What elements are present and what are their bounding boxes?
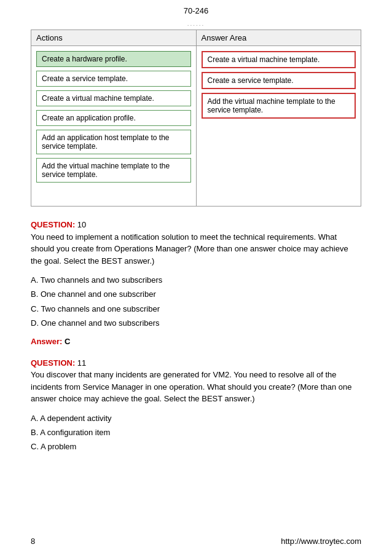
action-item-3[interactable]: Create an application profile. xyxy=(36,110,191,126)
footer-url: http://www.troytec.com xyxy=(281,537,361,546)
dnd-header-row: Actions Answer Area xyxy=(31,30,361,46)
question-10-label: QUESTION: xyxy=(31,220,75,229)
dnd-body-row: Create a hardware profile. Create a serv… xyxy=(31,46,361,206)
question-10-answer: Answer: C xyxy=(31,337,361,346)
page-top-label: 70-246 xyxy=(0,0,392,20)
answer-item-2[interactable]: Add the virtual machine template to the … xyxy=(202,93,356,119)
question-11-text: You discover that many incidents are gen… xyxy=(31,370,351,403)
answer-item-0[interactable]: Create a virtual machine template. xyxy=(202,51,356,68)
page-footer: 8 http://www.troytec.com xyxy=(0,537,392,546)
action-item-2[interactable]: Create a virtual machine template. xyxy=(36,90,191,106)
question-11-label: QUESTION: xyxy=(31,358,75,368)
q10-choice-d: D. One channel and two subscribers xyxy=(31,316,361,330)
question-10-block: QUESTION: 10 You need to implement a not… xyxy=(31,219,361,346)
question-10-body: QUESTION: 10 You need to implement a not… xyxy=(31,219,361,267)
q10-answer-label: Answer: xyxy=(31,337,62,346)
actions-column-header: Actions xyxy=(31,30,197,45)
action-item-0[interactable]: Create a hardware profile. xyxy=(36,51,191,67)
answer-column: Create a virtual machine template. Creat… xyxy=(197,46,361,206)
action-item-1[interactable]: Create a service template. xyxy=(36,71,191,87)
question-10-choices: A. Two channels and two subscribers B. O… xyxy=(31,273,361,331)
actions-column: Create a hardware profile. Create a serv… xyxy=(31,46,197,206)
q11-choice-a: A. A dependent activity xyxy=(31,411,361,425)
action-item-5[interactable]: Add the virtual machine template to the … xyxy=(36,158,191,183)
action-item-4[interactable]: Add an application host template to the … xyxy=(36,130,191,154)
question-11-number: 11 xyxy=(75,358,86,368)
footer-page-number: 8 xyxy=(31,537,35,546)
question-10-number: 10 xyxy=(75,220,86,229)
q11-choice-b: B. A configuration item xyxy=(31,425,361,439)
question-11-body: QUESTION: 11 You discover that many inci… xyxy=(31,357,361,405)
question-10-text: You need to implement a notification sol… xyxy=(31,232,348,266)
q10-choice-c: C. Two channels and one subscriber xyxy=(31,302,361,316)
dnd-table: Actions Answer Area Create a hardware pr… xyxy=(31,30,361,207)
q11-choice-c: C. A problem xyxy=(31,439,361,454)
question-11-block: QUESTION: 11 You discover that many inci… xyxy=(31,357,361,454)
question-11-choices: A. A dependent activity B. A configurati… xyxy=(31,411,361,454)
answer-item-1[interactable]: Create a service template. xyxy=(202,72,356,89)
q10-choice-b: B. One channel and one subscriber xyxy=(31,287,361,301)
q10-answer-value: C xyxy=(62,337,70,346)
q10-choice-a: A. Two channels and two subscribers xyxy=(31,273,361,287)
answer-column-header: Answer Area xyxy=(197,30,361,45)
separator-dots: ...... xyxy=(31,20,361,27)
